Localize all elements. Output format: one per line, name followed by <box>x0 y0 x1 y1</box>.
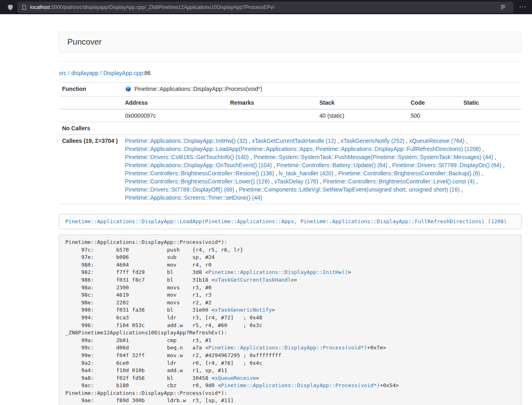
function-row: Function Pinetime::Applications::Display… <box>59 83 521 97</box>
asm-symbol-link[interactable]: Pinetime::Applications::DisplayApp::Proc… <box>208 345 367 351</box>
page-title: Puncover <box>67 37 102 46</box>
values-row-spacer <box>59 109 122 122</box>
function-label: Function <box>59 83 122 97</box>
callee-link[interactable]: lv_task_handler (420) <box>279 170 334 177</box>
column-header-remarks: Remarks <box>227 97 316 110</box>
column-header-row: Address Remarks Stack Code Static <box>59 97 521 110</box>
code-value: 500 <box>407 109 460 122</box>
callee-link[interactable]: Pinetime::Controllers::BrightnessControl… <box>125 170 274 177</box>
no-callers-cell <box>122 122 521 135</box>
callee-link[interactable]: Pinetime::Controllers::BrightnessControl… <box>338 170 480 177</box>
snippet-link[interactable]: Pinetime::Applications::DisplayApp::Load… <box>65 218 507 224</box>
url-path: :5000/path/src/displayapp/DisplayApp.cpp… <box>50 4 274 10</box>
disassembly-code: Pinetime::Applications::DisplayApp::Proc… <box>59 235 521 405</box>
asm-symbol-link[interactable]: xTaskGetCurrentTaskHandle <box>215 277 294 283</box>
callee-link[interactable]: Pinetime::Drivers::Cst816S::GetTouchInfo… <box>125 154 249 160</box>
remarks-value <box>227 109 316 122</box>
callee-link[interactable]: xTaskGenericNotify (252) <box>340 138 404 144</box>
divider <box>59 61 521 62</box>
asm-symbol-link[interactable]: Pinetime::Applications::DisplayApp::Proc… <box>221 382 380 388</box>
reader-mode-icon[interactable] <box>497 4 509 10</box>
breadcrumb: src/displayapp/DisplayApp.cpp:86 <box>59 69 521 77</box>
callee-link[interactable]: vTaskDelay (176) <box>274 178 318 185</box>
callee-link[interactable]: Pinetime::Applications::DisplayApp::Init… <box>125 138 247 144</box>
shield-icon[interactable] <box>4 4 17 11</box>
page-content: Puncover src/displayapp/DisplayApp.cpp:8… <box>0 14 532 405</box>
shield-icon-glyph <box>7 4 13 11</box>
url-bar[interactable]: localhost:5000/path/src/displayapp/Displ… <box>17 2 513 13</box>
symbol-table: Function Pinetime::Applications::Display… <box>59 82 521 204</box>
address-value: 0x0000097c <box>122 109 227 122</box>
breadcrumb-line-number: :86 <box>143 70 151 76</box>
callee-link[interactable]: Pinetime::Controllers::BrightnessControl… <box>323 178 474 185</box>
no-callers-label: No Callers <box>59 122 122 135</box>
breadcrumb-link-displayapp[interactable]: displayapp <box>71 70 99 76</box>
method-icon <box>125 86 131 94</box>
callee-link[interactable]: Pinetime::Drivers::St7789::DisplayOn() (… <box>392 162 501 168</box>
callees-row: Callees (19, Σ=3704 ) Pinetime::Applicat… <box>59 135 521 204</box>
page-title-box: Puncover <box>59 32 521 52</box>
asm-symbol-link[interactable]: xQueueReceive <box>215 375 256 381</box>
breadcrumb-separator: / <box>99 70 103 76</box>
column-header-spacer <box>59 97 122 110</box>
callees-list: Pinetime::Applications::DisplayApp::Init… <box>122 135 521 204</box>
column-header-address: Address <box>122 97 227 110</box>
callee-link[interactable]: Pinetime::Controllers::BrightnessControl… <box>125 178 269 185</box>
callee-link[interactable]: Pinetime::Applications::DisplayApp::OnTo… <box>125 162 272 168</box>
static-value <box>460 109 521 122</box>
function-name-cell: Pinetime::Applications::DisplayApp::Proc… <box>122 83 521 97</box>
browser-toolbar: localhost:5000/path/src/displayapp/Displ… <box>0 0 532 14</box>
breadcrumb-separator: / <box>67 70 71 76</box>
values-row: 0x0000097c 40 (static) 500 <box>59 109 521 122</box>
asm-symbol-link[interactable]: Pinetime::Applications::DisplayApp::Init… <box>208 269 348 275</box>
stack-value: 40 (static) <box>316 109 407 122</box>
callee-link[interactable]: Pinetime::Applications::DisplayApp::Load… <box>125 146 481 152</box>
asm-symbol-link[interactable]: xTaskGenericNotify <box>215 307 272 313</box>
snippet-box: Pinetime::Applications::DisplayApp::Load… <box>59 214 521 229</box>
callee-link[interactable]: Pinetime::System::SystemTask::PushMessag… <box>254 154 493 160</box>
breadcrumb-link-displayapp.cpp[interactable]: DisplayApp.cpp <box>103 70 142 76</box>
page-info-icon[interactable] <box>22 4 27 10</box>
callee-link[interactable]: Pinetime::Applications::Screens::Timer::… <box>125 194 262 201</box>
callee-link[interactable]: xTaskGetCurrentTaskHandle (12) <box>252 138 336 144</box>
column-header-code: Code <box>407 97 460 110</box>
callee-link[interactable]: Pinetime::Components::LittleVgl::SetNewT… <box>239 186 460 193</box>
function-name: Pinetime::Applications::DisplayApp::Proc… <box>134 86 262 92</box>
callee-link[interactable]: xQueueReceive (764) <box>409 138 464 144</box>
breadcrumb-link-src[interactable]: src <box>59 70 67 76</box>
column-header-static: Static <box>460 97 521 110</box>
callees-label: Callees (19, Σ=3704 ) <box>59 135 122 204</box>
callee-link[interactable]: Pinetime::Controllers::Battery::Update()… <box>277 162 388 168</box>
url-host: localhost <box>30 4 50 10</box>
overflow-menu-icon[interactable]: ⋯ <box>517 2 528 12</box>
column-header-stack: Stack <box>316 97 407 110</box>
no-callers-row: No Callers <box>59 122 521 135</box>
callee-link[interactable]: Pinetime::Drivers::St7789::DisplayOff() … <box>125 186 234 193</box>
